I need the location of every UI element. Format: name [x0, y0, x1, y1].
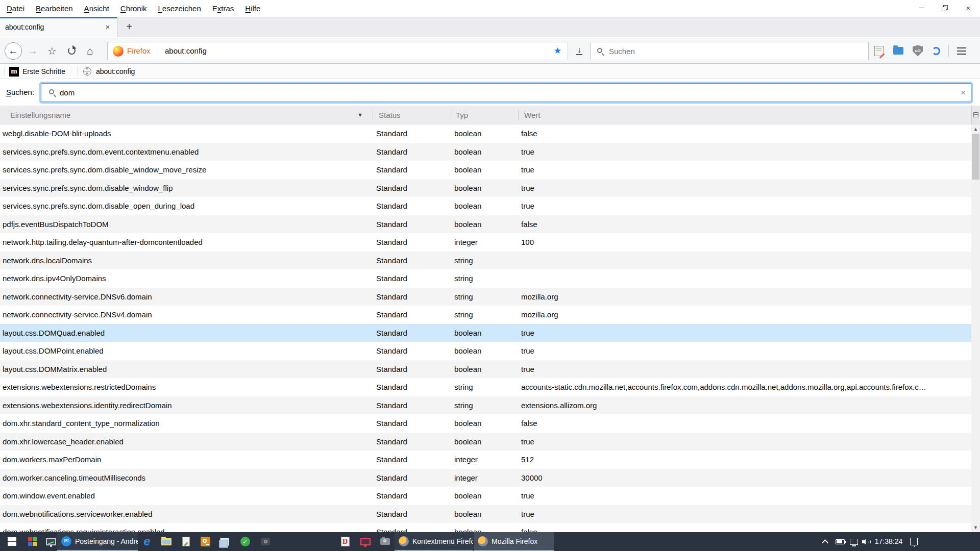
menubar: DateiBearbeitenAnsichtChronikLesezeichen… [1, 0, 266, 17]
table-row[interactable]: dom.window.event.enabled Standard boolea… [0, 487, 971, 505]
taskbar-window-firefox[interactable]: Mozilla Firefox [474, 532, 554, 551]
pref-value: accounts-static.cdn.mozilla.net,accounts… [521, 378, 968, 396]
sync-extension-button[interactable] [928, 38, 944, 64]
table-row[interactable]: dom.xhr.lowercase_header.enabled Standar… [0, 433, 971, 451]
table-row[interactable]: extensions.webextensions.identity.redire… [0, 396, 971, 415]
scroll-up-button[interactable]: ▲ [971, 124, 980, 134]
downloads-button[interactable]: ↓ [572, 38, 587, 64]
bookmark-star-icon[interactable]: ★ [554, 42, 561, 60]
header-typ[interactable]: Typ [456, 106, 468, 124]
tab-close-button[interactable]: × [103, 22, 113, 32]
back-button[interactable]: ← [3, 38, 23, 64]
table-row[interactable]: services.sync.prefs.sync.dom.event.conte… [0, 143, 971, 161]
header-wert[interactable]: Wert [524, 106, 540, 124]
folder-icon [893, 47, 903, 55]
pref-status: Standard [376, 252, 407, 270]
taskbar-app-camera[interactable] [376, 532, 394, 551]
taskbar-app-datev[interactable]: D [336, 532, 354, 551]
taskbar-app-edge[interactable]: e [138, 532, 156, 551]
table-row[interactable]: services.sync.prefs.sync.dom.disable_ope… [0, 197, 971, 215]
bookmarks-star-button[interactable]: ☆ [45, 38, 59, 64]
edge-icon: e [144, 535, 151, 548]
start-button[interactable] [0, 532, 23, 551]
menu-item-datei[interactable]: Datei [1, 0, 30, 17]
bookmark-about-config[interactable]: about:config [96, 64, 135, 79]
taskbar-app-keepass[interactable] [196, 532, 214, 551]
tab-about-config[interactable]: about:config × [0, 17, 117, 37]
clear-filter-icon[interactable]: × [961, 84, 966, 103]
vertical-scrollbar[interactable]: ▲ ▼ [971, 124, 980, 532]
menu-item-chronik[interactable]: Chronik [115, 0, 153, 17]
table-row[interactable]: services.sync.prefs.sync.dom.disable_win… [0, 179, 971, 197]
forward-button[interactable]: → [26, 38, 40, 64]
table-row[interactable]: pdfjs.eventBusDispatchToDOM Standard boo… [0, 215, 971, 234]
table-row[interactable]: dom.workers.maxPerDomain Standard intege… [0, 450, 971, 469]
taskbar-app-explorer[interactable] [157, 532, 176, 551]
table-row[interactable]: layout.css.DOMMatrix.enabled Standard bo… [0, 360, 971, 379]
pref-type: string [454, 269, 473, 288]
table-row[interactable]: layout.css.DOMPoint.enabled Standard boo… [0, 342, 971, 360]
new-tab-button[interactable]: + [121, 20, 137, 34]
table-row[interactable]: services.sync.prefs.sync.dom.disable_win… [0, 161, 971, 179]
table-row[interactable]: network.dns.localDomains Standard string [0, 252, 971, 270]
ublock-origin-button[interactable]: uO [910, 38, 926, 64]
bookmark-erste-schritte[interactable]: Erste Schritte [22, 64, 65, 79]
url-bar[interactable]: Firefox about:config ★ [107, 42, 568, 60]
menu-item-extras[interactable]: Extras [207, 0, 240, 17]
table-row[interactable]: network.connectivity-service.DNSv6.domai… [0, 288, 971, 306]
table-row[interactable]: dom.worker.canceling.timeoutMilliseconds… [0, 469, 971, 487]
sort-descending-icon[interactable]: ▼ [357, 106, 363, 124]
minimize-button[interactable] [910, 0, 933, 16]
tray-expand-button[interactable] [819, 532, 831, 551]
menu-item-lesezeichen[interactable]: Lesezeichen [153, 0, 207, 17]
table-row[interactable]: webgl.disable-DOM-blit-uploads Standard … [0, 124, 971, 143]
taskbar-app-antivirus[interactable]: ✓ [236, 532, 254, 551]
search-input[interactable] [609, 43, 859, 59]
pref-value: true [521, 161, 968, 179]
pref-value: mozilla.org [521, 288, 968, 306]
filter-input[interactable] [60, 84, 948, 101]
search-bar[interactable] [590, 42, 869, 60]
tray-volume-button[interactable] [861, 532, 874, 551]
menu-item-hilfe[interactable]: Hilfe [239, 0, 266, 17]
taskbar-window-thunderbird[interactable]: ✉ Posteingang - Andrea… [57, 532, 138, 551]
tray-battery-button[interactable] [833, 532, 847, 551]
tray-clock[interactable]: 17:38:24 [874, 532, 903, 551]
titlebar: DateiBearbeitenAnsichtChronikLesezeichen… [0, 0, 980, 17]
table-row[interactable]: dom.xhr.standard_content_type_normalizat… [0, 414, 971, 433]
menu-button[interactable] [952, 38, 971, 64]
header-status[interactable]: Status [379, 106, 401, 124]
table-row[interactable]: network.connectivity-service.DNSv4.domai… [0, 306, 971, 324]
reload-button[interactable] [64, 38, 79, 64]
pref-name: dom.xhr.standard_content_type_normalizat… [3, 414, 160, 433]
table-row[interactable]: dom.webnotifications.requireinteraction.… [0, 523, 971, 532]
table-row[interactable]: layout.css.DOMQuad.enabled Standard bool… [0, 324, 971, 342]
taskbar-app-notes[interactable] [215, 532, 234, 551]
pref-value: extensions.allizom.org [521, 396, 968, 415]
restore-button[interactable] [933, 0, 957, 16]
taskbar-window-kontextmenu[interactable]: Kontextmenü Firefox -… [395, 532, 473, 551]
pref-name: webgl.disable-DOM-blit-uploads [3, 124, 111, 143]
home-button[interactable]: ⌂ [83, 38, 97, 64]
table-row[interactable]: extensions.webextensions.restrictedDomai… [0, 378, 971, 396]
close-icon: × [966, 4, 971, 12]
table-row[interactable]: network.dns.ipv4OnlyDomains Standard str… [0, 269, 971, 288]
header-einstellungsname[interactable]: Einstellungsname [10, 106, 70, 124]
taskbar-app-device[interactable] [256, 532, 275, 551]
folder-extension-button[interactable] [890, 38, 906, 64]
menu-item-bearbeiten[interactable]: Bearbeiten [30, 0, 79, 17]
tray-network-button[interactable] [847, 532, 861, 551]
taskbar-app-cubes[interactable] [23, 532, 42, 551]
scroll-down-button[interactable]: ▼ [971, 523, 980, 532]
column-picker-button[interactable] [971, 106, 980, 124]
scrollbar-thumb[interactable] [972, 134, 979, 180]
taskbar-app-editor[interactable] [177, 532, 195, 551]
action-center-button[interactable] [906, 532, 921, 551]
close-window-button[interactable]: × [957, 0, 980, 16]
menu-item-ansicht[interactable]: Ansicht [79, 0, 115, 17]
table-row[interactable]: network.http.tailing.delay-quantum-after… [0, 233, 971, 252]
notes-extension-button[interactable] [871, 38, 887, 64]
filter-field[interactable]: × [41, 83, 971, 102]
table-row[interactable]: dom.webnotifications.serviceworker.enabl… [0, 505, 971, 523]
taskbar-app-remote[interactable] [356, 532, 375, 551]
